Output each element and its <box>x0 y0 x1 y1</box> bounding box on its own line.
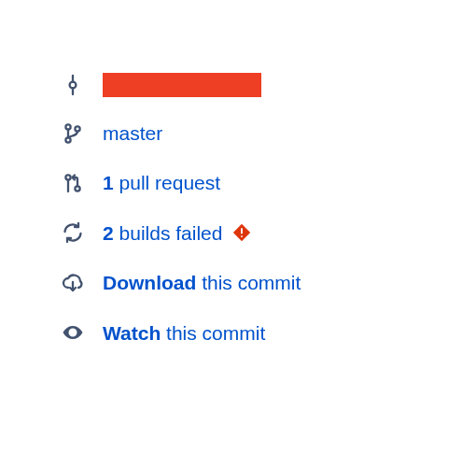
branch-icon <box>62 122 103 145</box>
commit-icon <box>62 74 103 96</box>
download-row: Download this commit <box>62 269 476 296</box>
svg-rect-8 <box>242 228 244 234</box>
download-action: Download <box>103 272 196 293</box>
pull-request-label: pull request <box>114 172 220 193</box>
download-link[interactable]: Download this commit <box>103 269 301 296</box>
builds-row: 2 builds failed <box>62 219 476 247</box>
builds-count: 2 <box>103 222 114 244</box>
builds-label: builds failed <box>114 222 223 244</box>
watch-icon <box>62 321 103 344</box>
watch-row: Watch this commit <box>62 319 476 347</box>
pull-request-count: 1 <box>103 172 114 193</box>
svg-rect-9 <box>242 236 244 238</box>
pull-request-link[interactable]: 1 pull request <box>103 169 220 196</box>
pull-request-icon <box>62 172 103 194</box>
branch-link[interactable]: master <box>103 120 162 147</box>
build-failed-icon <box>231 222 252 243</box>
download-label: this commit <box>196 272 301 293</box>
branch-row: master <box>62 120 476 147</box>
commit-hash-row <box>62 73 476 97</box>
watch-action: Watch <box>103 322 161 344</box>
watch-link[interactable]: Watch this commit <box>103 319 265 347</box>
builds-icon <box>62 221 103 244</box>
builds-link[interactable]: 2 builds failed <box>103 219 222 247</box>
commit-details-panel: master 1 pull request <box>0 0 476 347</box>
watch-label: this commit <box>161 322 265 344</box>
pull-request-row: 1 pull request <box>62 169 476 196</box>
commit-hash-redacted <box>103 73 261 97</box>
svg-point-11 <box>71 331 76 335</box>
download-icon <box>62 272 103 294</box>
